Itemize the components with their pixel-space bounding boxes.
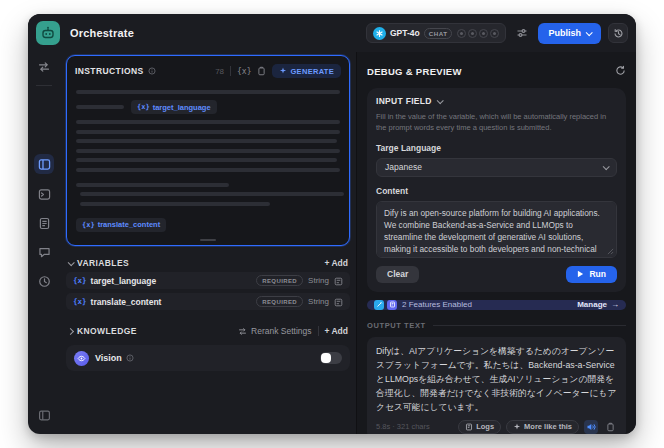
variable-chip-target-language[interactable]: {x} target_language (131, 100, 217, 114)
divider (230, 66, 231, 76)
sidebar-divider (36, 85, 52, 86)
generate-label: GENERATE (290, 67, 334, 76)
text-skeleton (76, 183, 229, 187)
add-label: Add (331, 326, 348, 336)
logs-button[interactable]: Logs (458, 420, 501, 434)
refresh-icon[interactable] (615, 62, 626, 80)
chevron-down-icon[interactable] (68, 259, 75, 266)
variable-settings-icon[interactable] (334, 272, 343, 290)
sidebar-item-history[interactable] (35, 272, 53, 290)
run-button[interactable]: Run (566, 266, 617, 283)
model-selector[interactable]: GPT-4o CHAT (366, 23, 507, 43)
vision-toggle[interactable] (320, 352, 342, 364)
variable-token: {x} (73, 297, 87, 306)
speaker-button[interactable] (584, 420, 598, 434)
resize-handle[interactable] (200, 239, 216, 241)
input-field-header[interactable]: INPUT FIELD (376, 96, 617, 106)
variable-type: String (308, 297, 329, 306)
more-like-this-button[interactable]: More like this (506, 420, 579, 434)
text-skeleton (80, 202, 270, 206)
debug-preview-panel: DEBUG & PREVIEW INPUT FIELD Fill in t (356, 52, 636, 434)
output-text: Difyは、AIアプリケーションを構築するためのオープンソースプラットフォームで… (376, 344, 617, 414)
divider (433, 325, 626, 326)
variable-row-translate-content[interactable]: {x} translate_content REQUIRED String (66, 293, 350, 310)
capability-icon (468, 29, 477, 38)
model-mode-badge: CHAT (424, 28, 453, 39)
copy-icon (606, 422, 615, 432)
input-field-card: INPUT FIELD Fill in the value of the var… (367, 88, 626, 292)
generate-button[interactable]: GENERATE (272, 64, 341, 78)
instructions-title: INSTRUCTIONS (75, 66, 144, 76)
variable-name: translate_content (98, 220, 161, 229)
copy-icon[interactable] (257, 62, 266, 80)
instructions-header: INSTRUCTIONS 78 {x} (67, 56, 349, 84)
page-title: Orchestrate (70, 27, 134, 39)
chevron-down-icon (586, 29, 593, 36)
variable-token: {x} (137, 103, 150, 111)
toggle-knob (321, 353, 331, 363)
target-language-label: Targe Language (376, 143, 617, 153)
app-window: Orchestrate GPT-4o CHAT (28, 14, 636, 434)
terminal-icon (38, 188, 51, 201)
instructions-editor[interactable]: INSTRUCTIONS 78 {x} (66, 55, 350, 246)
publish-label: Publish (548, 28, 581, 38)
sidebar-item-logs[interactable] (35, 214, 53, 232)
app-logo-icon[interactable] (36, 21, 60, 45)
text-skeleton (76, 158, 337, 162)
variable-settings-icon[interactable] (334, 293, 343, 311)
capability-icon (490, 29, 499, 38)
variables-header: VARIABLES + Add (66, 258, 350, 268)
clear-button[interactable]: Clear (376, 266, 419, 283)
target-language-select[interactable]: Japanese (376, 158, 617, 177)
run-actions: Clear Run (376, 266, 617, 283)
insert-variable-icon[interactable]: {x} (237, 67, 251, 76)
vision-icon (74, 351, 89, 366)
publish-button[interactable]: Publish (538, 23, 601, 44)
knowledge-header: KNOWLEDGE Rerank Settings + Add (66, 326, 350, 336)
rerank-label: Rerank Settings (251, 326, 311, 336)
text-skeleton (76, 120, 340, 124)
model-parameters-icon[interactable] (513, 24, 531, 42)
switch-app-icon[interactable] (35, 58, 53, 76)
clock-icon (38, 275, 51, 288)
more-like-this-feature-icon (387, 300, 397, 310)
text-skeleton (76, 130, 340, 134)
info-icon (148, 67, 156, 75)
model-name: GPT-4o (390, 28, 420, 38)
output-footer: 5.8s · 321 chars Logs (376, 420, 617, 434)
history-icon (613, 28, 624, 39)
rerank-settings-button[interactable]: Rerank Settings (238, 326, 311, 336)
titlebar-actions: GPT-4o CHAT Publish (366, 23, 628, 44)
content-input[interactable]: Dify is an open-source platform for buil… (376, 201, 617, 258)
restore-history-button[interactable] (608, 23, 628, 43)
rerank-icon (238, 327, 247, 336)
variable-token: {x} (73, 276, 87, 285)
features-enabled-bar[interactable]: 2 Features Enabled Manage → (367, 300, 626, 310)
arrow-right-icon: → (611, 300, 619, 309)
collapse-panel-icon[interactable] (35, 406, 53, 424)
input-field-title: INPUT FIELD (376, 96, 432, 106)
sidebar-item-api[interactable] (35, 185, 53, 203)
variable-name: target_language (91, 276, 157, 286)
model-provider-icon (373, 27, 386, 40)
sidebar-nav (34, 154, 54, 290)
manage-features-link[interactable]: Manage → (577, 300, 619, 309)
text-to-speech-feature-icon (374, 300, 384, 310)
copy-output-button[interactable] (603, 420, 617, 434)
plus-icon: + (325, 326, 330, 336)
info-icon (126, 354, 134, 362)
selected-language: Japanese (385, 162, 422, 172)
variable-chip-translate-content[interactable]: {x} translate_content (76, 218, 166, 232)
chevron-right-icon[interactable] (67, 327, 74, 334)
variable-name: translate_content (91, 297, 162, 307)
sidebar-item-annotations[interactable] (35, 243, 53, 261)
add-variable-button[interactable]: + Add (325, 258, 349, 268)
variable-token: {x} (82, 221, 95, 229)
input-field-description: Fill in the value of the variable, which… (376, 111, 617, 134)
sidebar-item-orchestrate[interactable] (34, 154, 54, 174)
text-skeleton (76, 90, 340, 94)
add-knowledge-button[interactable]: + Add (325, 326, 349, 336)
variable-row-target-language[interactable]: {x} target_language REQUIRED String (66, 272, 350, 289)
sparkle-icon (279, 67, 287, 75)
required-badge: REQUIRED (256, 275, 303, 286)
